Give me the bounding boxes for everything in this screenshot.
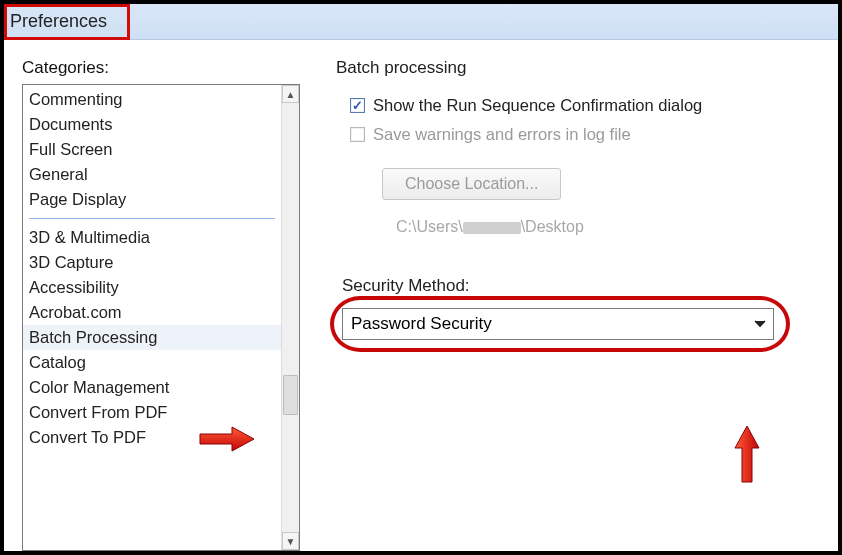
list-item[interactable]: Acrobat.com — [23, 300, 281, 325]
list-item[interactable]: General — [23, 162, 281, 187]
categories-label: Categories: — [22, 58, 300, 78]
list-item[interactable]: Catalog — [23, 350, 281, 375]
security-method-combobox[interactable]: Password Security — [342, 308, 774, 340]
checkbox-icon[interactable] — [350, 127, 365, 142]
titlebar: Preferences — [4, 4, 838, 40]
log-path: C:\Users\xxxxxx\Desktop — [396, 218, 830, 236]
categories-listbox[interactable]: Commenting Documents Full Screen General… — [22, 84, 300, 551]
list-item[interactable]: 3D & Multimedia — [23, 225, 281, 250]
path-prefix: C:\Users\ — [396, 218, 463, 235]
choose-location-button: Choose Location... — [382, 168, 561, 200]
checkbox-icon[interactable] — [350, 98, 365, 113]
security-method-label: Security Method: — [342, 276, 830, 296]
list-item[interactable]: 3D Capture — [23, 250, 281, 275]
checkbox-save-warnings[interactable]: Save warnings and errors in log file — [350, 125, 830, 144]
list-item[interactable]: Commenting — [23, 87, 281, 112]
list-item[interactable]: Full Screen — [23, 137, 281, 162]
path-suffix: \Desktop — [521, 218, 584, 235]
list-item[interactable]: Page Display — [23, 187, 281, 212]
checkbox-label: Save warnings and errors in log file — [373, 125, 631, 144]
scroll-down-icon[interactable]: ▼ — [282, 532, 299, 550]
window-title: Preferences — [4, 9, 117, 34]
list-item-batch-processing[interactable]: Batch Processing — [23, 325, 281, 350]
scrollbar[interactable]: ▲ ▼ — [281, 85, 299, 550]
scroll-up-icon[interactable]: ▲ — [282, 85, 299, 103]
panel-heading: Batch processing — [336, 58, 830, 78]
list-item[interactable]: Convert To PDF — [23, 425, 281, 450]
list-separator — [29, 218, 275, 219]
list-item[interactable]: Convert From PDF — [23, 400, 281, 425]
chevron-down-icon[interactable] — [751, 313, 769, 335]
list-item[interactable]: Documents — [23, 112, 281, 137]
checkbox-label: Show the Run Sequence Confirmation dialo… — [373, 96, 702, 115]
scroll-thumb[interactable] — [283, 375, 298, 415]
checkbox-show-confirmation[interactable]: Show the Run Sequence Confirmation dialo… — [350, 96, 830, 115]
list-item[interactable]: Color Management — [23, 375, 281, 400]
combobox-value: Password Security — [351, 314, 492, 334]
list-item[interactable]: Accessibility — [23, 275, 281, 300]
path-redacted: xxxxxx — [463, 222, 521, 234]
